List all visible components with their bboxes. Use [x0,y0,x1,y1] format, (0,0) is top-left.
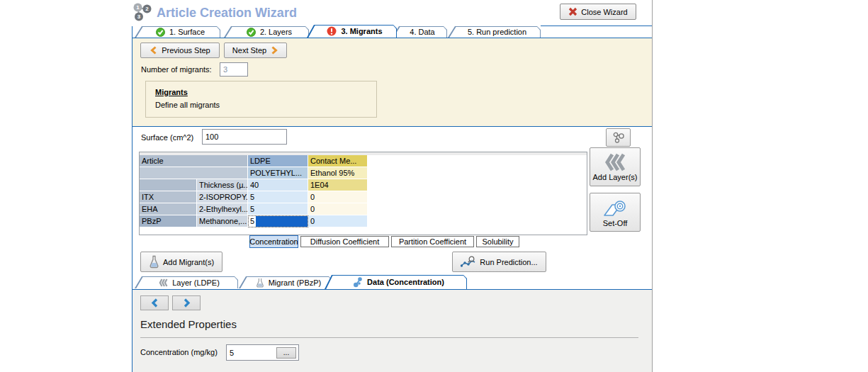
detail-tab-layer-label: Layer (LDPE) [172,278,220,287]
table-cell[interactable]: EHA [140,203,197,215]
table-cell-contact-header[interactable]: Contact Me... [308,155,368,167]
migrant-count-input[interactable]: 3 [220,62,248,77]
table-cell[interactable]: 0 [308,191,368,203]
table-cell[interactable]: 5 [248,191,308,203]
next-step-button[interactable]: Next Step [224,43,287,58]
tab-layers[interactable]: 2. Layers [224,26,309,38]
surface-input[interactable]: 100 [202,129,287,145]
previous-step-button[interactable]: Previous Step [140,43,220,58]
table-cell[interactable]: POLYETHYL... [248,167,308,179]
migrant-count-label: Number of migrants: [141,65,212,74]
next-item-button[interactable] [172,295,201,310]
property-tab-label: Diffusion Coefficient [310,237,379,246]
run-prediction-button[interactable]: Run Prediction... [452,252,546,272]
migrant-count-value: 3 [223,65,227,74]
add-layers-label: Add Layer(s) [593,173,638,181]
svg-text:1: 1 [136,4,140,11]
detail-panel [133,290,652,372]
add-migrants-button[interactable]: Add Migrant(s) [140,252,222,272]
tab-surface[interactable]: 1. Surface [135,26,220,38]
error-icon [327,26,337,36]
panel-divider-line [132,126,652,127]
tab-layers-label: 2. Layers [260,28,292,36]
chevron-left-icon [150,46,158,55]
table-cell[interactable]: 0 [308,203,368,215]
concentration-input[interactable]: 5 ... [226,344,299,361]
info-box-text: Define all migrants [155,101,376,109]
page-title: Article Creation Wizard [157,6,297,21]
property-tab-diffusion[interactable]: Diffusion Coefficient [300,236,389,247]
extended-properties-heading: Extended Properties [140,318,237,330]
surface-label: Surface (cm^2) [141,133,193,142]
edit-cell-value: 5 [249,216,256,227]
table-cell[interactable]: 0 [308,215,368,227]
close-icon [568,7,577,16]
edit-cell-selection [256,216,308,227]
run-prediction-label: Run Prediction... [480,258,537,266]
wizard-steps-icon: 1 2 3 [133,2,152,22]
article-creation-wizard-window: 1 2 3 Article Creation Wizard Close Wiza… [0,0,868,372]
close-wizard-label: Close Wizard [581,8,627,16]
tab-run-prediction[interactable]: 5. Run prediction [448,26,541,38]
svg-text:2: 2 [145,6,149,12]
molecule-icon [612,131,625,144]
table-cell[interactable] [140,179,197,191]
table-cell-selected-row[interactable]: PBzP [140,215,197,227]
table-cell[interactable]: Methanone,... [197,215,248,227]
info-box-title: Migrants [155,88,376,96]
detail-tab-data-label: Data (Concentration) [367,278,444,286]
tab-surface-label: 1. Surface [169,28,205,36]
concentration-label: Concentration (mg/kg) [140,348,218,356]
tab-run-prediction-label: 5. Run prediction [468,28,526,36]
property-tab-label: Concentration [249,237,298,246]
previous-step-label: Previous Step [162,46,210,55]
set-off-roll-icon [602,197,628,218]
property-tab-label: Partition Coefficient [399,237,466,246]
table-cell[interactable]: 40 [248,179,308,191]
table-cell[interactable] [140,167,248,179]
detail-tab-data[interactable]: Data (Concentration) [325,275,467,289]
detail-tab-layer[interactable]: Layer (LDPE) [135,276,238,288]
chevron-left-icon [150,298,159,308]
tab-data-label: 4. Data [410,28,434,36]
table-cell[interactable]: 2-ISOPROPY... [197,191,248,203]
property-tab-concentration[interactable]: Concentration [249,235,298,248]
concentration-value: 5 [230,349,234,357]
flask-small-icon [256,278,264,288]
molecule-tool-button[interactable] [606,128,631,147]
chevron-right-icon [182,298,191,308]
table-cell[interactable]: Ethanol 95% [308,167,368,179]
migrants-info-box: Migrants Define all migrants [145,81,377,118]
browse-button[interactable]: ... [276,347,296,359]
svg-text:3: 3 [137,13,141,20]
add-layers-button[interactable]: Add Layer(s) [590,147,641,186]
tab-migrants[interactable]: 3. Migrants [307,25,397,38]
close-wizard-button[interactable]: Close Wizard [560,4,636,20]
table-cell[interactable]: 1E04 [308,179,368,191]
table-cell[interactable]: ITX [140,191,197,203]
window-right-border [652,0,653,372]
next-step-label: Next Step [232,46,266,55]
table-cell[interactable]: 2-Ethylhexyl... [197,203,248,215]
detail-tab-migrant[interactable]: Migrant (PBzP) [239,276,332,288]
set-off-button[interactable]: Set-Off [590,193,641,232]
check-icon [247,28,256,37]
add-migrants-label: Add Migrant(s) [163,258,214,266]
table-cell[interactable]: 5 [248,203,308,215]
layers-small-icon [159,278,168,287]
flask-icon [149,255,159,269]
check-icon [156,28,165,37]
table-cell[interactable]: Article [140,155,248,167]
prev-item-button[interactable] [140,295,169,310]
table-cell[interactable]: Thickness (µ... [197,179,248,191]
surface-value: 100 [205,133,218,141]
property-tab-partition[interactable]: Partition Coefficient [391,236,474,247]
set-off-label: Set-Off [603,219,628,227]
tabstrip-bottom-line [132,38,652,38]
property-tab-solubility[interactable]: Solubility [476,236,519,247]
table-cell-editing[interactable]: 5 [248,215,308,227]
tabstrip-top-line [541,26,652,26]
tab-data[interactable]: 4. Data [392,26,447,38]
table-cell-layer-header[interactable]: LDPE [248,155,308,167]
layers-icon [604,153,626,171]
